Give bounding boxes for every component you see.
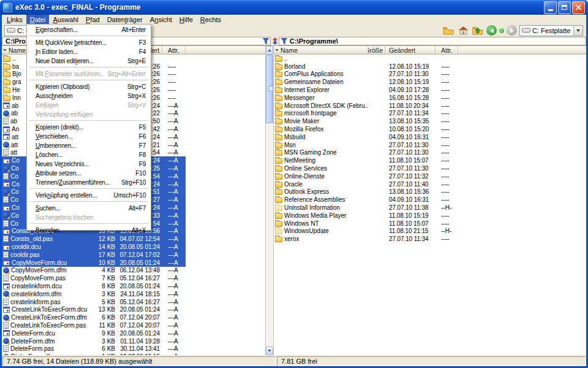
- file-row[interactable]: CreateLinkToExecForm.dfm6 KB07.12.04 20:…: [2, 313, 265, 321]
- scroll-up-button[interactable]: [266, 46, 273, 55]
- file-row[interactable]: CreateLinkToExecForm.dcu13 KB20.08.05 01…: [2, 306, 265, 314]
- menubar-item-links[interactable]: Links: [3, 15, 26, 24]
- dropdown-arrow-icon[interactable]: [573, 26, 582, 36]
- menu-item-in-editor-laden[interactable]: In Editor laden...F4: [27, 47, 151, 56]
- dir-row[interactable]: microsoft frontpage27.07.10 11:34----: [274, 110, 586, 118]
- right-path-bar[interactable]: C:\Programme\: [279, 37, 586, 45]
- file-row[interactable]: createlinkform.dcu8 KB20.08.05 01:24---A: [2, 282, 265, 290]
- right-filter-icon[interactable]: [281, 38, 287, 45]
- menu-item-attribute-setzen[interactable]: Attribute setzen...F10: [27, 169, 151, 178]
- menu-item-suchen[interactable]: Suchen...Alt+F7: [27, 204, 151, 213]
- file-name: He: [12, 86, 20, 93]
- menu-item-ausschneiden[interactable]: AusschneidenStrg+X: [27, 91, 151, 101]
- menu-item-kopieren-direkt[interactable]: Kopieren (direkt)...F5: [27, 123, 151, 132]
- scrollbar-track[interactable]: [266, 55, 273, 347]
- menubar-item-auswahl[interactable]: Auswahl: [49, 15, 82, 24]
- menu-item-umbenennen[interactable]: Umbenennen...F7: [27, 141, 151, 150]
- menu-item-verschieben[interactable]: Verschieben...F6: [27, 132, 151, 141]
- home-button[interactable]: [457, 25, 469, 36]
- dfm-file-icon: [3, 142, 9, 148]
- scrollbar-thumb[interactable]: [266, 55, 273, 123]
- folder-icon: [275, 213, 282, 219]
- back-button[interactable]: [486, 25, 497, 36]
- menubar-item-datei[interactable]: Datei: [26, 15, 50, 24]
- dir-row[interactable]: Msn27.07.10 11:30----: [274, 141, 586, 149]
- file-row[interactable]: CopyMoveForm.dfm4 KB06.12.04 13:48---A: [2, 267, 265, 275]
- menubar-item-ansicht[interactable]: Ansicht: [146, 15, 176, 24]
- dir-row[interactable]: Windows NT11.08.10 15:07----: [274, 220, 586, 228]
- file-row[interactable]: CopyMoveForm.pas7 KB05.12.04 16:27---A: [2, 274, 265, 282]
- file-row[interactable]: DeleteForm.pas6 KB30.11.04 13:41---A: [2, 345, 265, 353]
- sort-desc-icon: [275, 49, 279, 53]
- column-header-ge-ndert[interactable]: Geändert: [385, 46, 435, 54]
- column-header-gr-e[interactable]: Größe: [368, 46, 385, 54]
- dir-row[interactable]: Reference Assemblies04.09.10 16:31----: [274, 196, 586, 204]
- dir-row[interactable]: ..: [274, 55, 586, 63]
- left-pane-scrollbar[interactable]: [265, 46, 274, 355]
- file-row[interactable]: DeleteForm.dfm3 KB01.11.04 19:28---A: [2, 337, 265, 345]
- menu-item-verkn-pfung-erstellen[interactable]: Verknüpfung erstellen...Umsch+F10: [27, 191, 151, 200]
- menubar-item-rechts[interactable]: Rechts: [197, 15, 225, 24]
- scroll-down-button[interactable]: [266, 347, 273, 355]
- dir-row[interactable]: ComPlus Applications27.07.10 11:30----: [274, 71, 586, 79]
- dir-row[interactable]: xerox27.07.10 11:34----: [274, 235, 586, 243]
- forward-button[interactable]: [507, 25, 517, 36]
- menu-item-neues-verzeichnis[interactable]: Neues Verzeichnis...F9: [27, 159, 151, 169]
- dir-row[interactable]: Movie Maker13.08.10 15:35----: [274, 117, 586, 125]
- swap-panels-button[interactable]: [271, 37, 279, 45]
- dir-row[interactable]: Uninstall Information27.07.10 11:38--H-: [274, 204, 586, 212]
- dir-row[interactable]: Outlook Express13.08.10 15:36----: [274, 188, 586, 196]
- close-icon: [575, 4, 582, 11]
- right-drive-combobox[interactable]: C: Festplatte: [519, 25, 583, 36]
- dir-row[interactable]: MSN Gaming Zone27.07.10 11:30----: [274, 149, 586, 157]
- close-button[interactable]: [572, 1, 585, 14]
- file-row[interactable]: createlinkform.dfm3 KB24.11.04 18:15---A: [2, 290, 265, 298]
- dir-row[interactable]: Microsoft DirectX SDK (Febru...11.08.10 …: [274, 102, 586, 110]
- file-name: DeleteForm.dcu: [12, 330, 55, 337]
- dir-row[interactable]: Mozilla Firefox10.08.10 15:20----: [274, 125, 586, 133]
- dir-row[interactable]: Online-Dienste27.07.10 11:32----: [274, 172, 586, 180]
- minimize-button[interactable]: [544, 1, 557, 14]
- dir-row[interactable]: WindowsUpdate11.08.10 21:15--H-: [274, 228, 586, 236]
- file-row[interactable]: DialogForm.dfm1 KB12.02.99 15:15---A: [2, 353, 265, 355]
- menu-item-eigenschaften[interactable]: Eigenschaften...Alt+Enter: [27, 25, 151, 34]
- file-name: Inn: [12, 94, 21, 101]
- file-row[interactable]: createlinkform.pas5 KB05.12.04 16:27---A: [2, 298, 265, 306]
- dir-row[interactable]: Online Services27.07.10 11:30----: [274, 164, 586, 172]
- dir-row[interactable]: Msbuild04.09.10 16:31----: [274, 133, 586, 141]
- menu-item-trennen-zusammenf-hren[interactable]: Trennen/Zusammenführen...Strg+F10: [27, 178, 151, 187]
- column-header-name[interactable]: Name: [274, 46, 368, 54]
- parent-folder-button[interactable]: [472, 25, 484, 36]
- folder-icon: [275, 104, 282, 109]
- go-icon[interactable]: [499, 28, 504, 33]
- menu-item-mit-quickview-betrachten[interactable]: Mit QuickView betrachten...F3: [27, 38, 151, 47]
- file-row[interactable]: CreateLinkToExecForm.pas11 KB07.12.04 20…: [2, 321, 265, 329]
- file-row[interactable]: cooldir.dcu14 KB20.08.05 01:24---A: [2, 243, 265, 251]
- menu-item-beenden[interactable]: BeendenAlt+X: [27, 226, 151, 235]
- dir-row[interactable]: Oracle27.07.10 11:40----: [274, 180, 586, 188]
- dir-row[interactable]: Borland12.08.10 15:19----: [274, 63, 586, 71]
- folder-icon: [275, 190, 282, 195]
- dir-row[interactable]: NetMeeting11.08.10 15:07----: [274, 156, 586, 164]
- dir-row[interactable]: Windows Media Player11.08.10 15:19----: [274, 212, 586, 220]
- dir-row[interactable]: Messenger16.08.10 15:28----: [274, 94, 586, 102]
- file-row[interactable]: cooldir.pas17 KB07.12.04 17:02---A: [2, 251, 265, 259]
- file-row[interactable]: CopyMoveForm.dcu10 KB20.08.05 01:24---A: [2, 259, 265, 267]
- maximize-icon: [562, 5, 567, 10]
- menubar-item-hilfe[interactable]: Hilfe: [176, 15, 197, 24]
- menu-item-neue-datei-editieren[interactable]: Neue Datei editieren...Strg+E: [27, 56, 151, 66]
- menu-item-l-schen[interactable]: Löschen...F8: [27, 150, 151, 159]
- file-row[interactable]: DeleteForm.dcu9 KB20.08.05 01:24---A: [2, 329, 265, 337]
- dir-row[interactable]: Internet Explorer04.09.10 17:28----: [274, 86, 586, 94]
- menubar-item-datentr-ger[interactable]: Datenträger: [104, 15, 146, 24]
- left-filter-icon[interactable]: [263, 38, 269, 45]
- maximize-button[interactable]: [558, 1, 571, 14]
- disk-icon: [7, 28, 15, 33]
- menubar-item-pfad[interactable]: Pfad: [82, 15, 104, 24]
- open-folder-button[interactable]: [442, 25, 454, 36]
- dir-row[interactable]: Gemeinsame Dateien12.08.10 15:19----: [274, 78, 586, 86]
- column-header-attr[interactable]: Attr.: [162, 46, 186, 54]
- menu-item-kopieren-clipboard[interactable]: Kopieren (Clipboard)Strg+C: [27, 82, 151, 91]
- file-row[interactable]: Consts_old.pas12 KB04.07.02 12:54---A: [2, 235, 265, 243]
- column-header-attr[interactable]: Attr.: [435, 46, 458, 54]
